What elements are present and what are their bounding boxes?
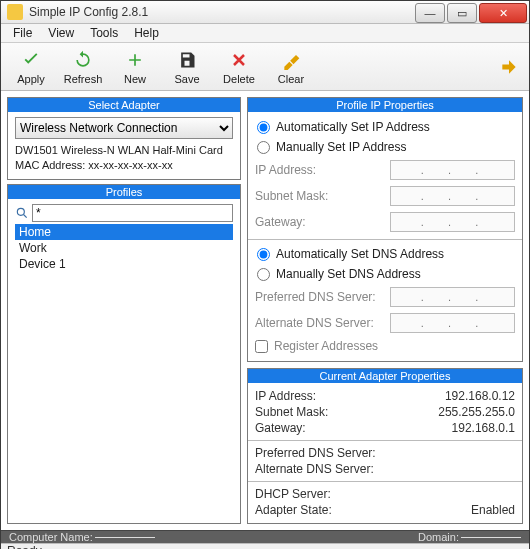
cur-subnet-value: 255.255.255.0: [425, 405, 515, 419]
cur-gateway-label: Gateway:: [255, 421, 425, 435]
cur-subnet-label: Subnet Mask:: [255, 405, 425, 419]
auto-dns-radio[interactable]: [257, 248, 270, 261]
svg-point-0: [17, 208, 24, 215]
register-addresses-checkbox[interactable]: [255, 340, 268, 353]
content-area: Select Adapter Wireless Network Connecti…: [1, 91, 529, 530]
svg-line-1: [24, 215, 27, 218]
refresh-icon: [72, 49, 94, 71]
cur-dhcp-value: [425, 487, 515, 501]
delete-icon: [228, 49, 250, 71]
cur-alt-dns-value: [425, 462, 515, 476]
ip-address-input: [390, 160, 515, 180]
profile-item-work[interactable]: Work: [15, 240, 233, 256]
menu-tools[interactable]: Tools: [82, 24, 126, 42]
plus-icon: [124, 49, 146, 71]
alt-dns-input: [390, 313, 515, 333]
pref-dns-label: Preferred DNS Server:: [255, 290, 390, 304]
profile-ip-properties-panel: Profile IP Properties Automatically Set …: [247, 97, 523, 362]
cur-pref-dns-value: [425, 446, 515, 460]
pref-dns-input: [390, 287, 515, 307]
alt-dns-label: Alternate DNS Server:: [255, 316, 390, 330]
computer-name-label: Computer Name:: [9, 531, 93, 543]
status-bar-info: Computer Name: Domain:: [1, 530, 529, 543]
select-adapter-header: Select Adapter: [8, 98, 240, 112]
apply-button[interactable]: Apply: [7, 45, 55, 89]
profile-item-home[interactable]: Home: [15, 224, 233, 240]
save-button[interactable]: Save: [163, 45, 211, 89]
save-icon: [176, 49, 198, 71]
cur-pref-dns-label: Preferred DNS Server:: [255, 446, 425, 460]
cur-state-label: Adapter State:: [255, 503, 425, 517]
clear-icon: [280, 49, 302, 71]
manual-ip-radio[interactable]: [257, 141, 270, 154]
profiles-header: Profiles: [8, 185, 240, 199]
menu-view[interactable]: View: [40, 24, 82, 42]
profiles-panel: Profiles Home Work Device 1: [7, 184, 241, 524]
refresh-button[interactable]: Refresh: [59, 45, 107, 89]
ip-address-label: IP Address:: [255, 163, 390, 177]
adapter-dropdown[interactable]: Wireless Network Connection: [15, 117, 233, 139]
status-text: Ready: [7, 544, 42, 549]
subnet-mask-input: [390, 186, 515, 206]
profile-ip-properties-header: Profile IP Properties: [248, 98, 522, 112]
cur-gateway-value: 192.168.0.1: [425, 421, 515, 435]
auto-ip-radio[interactable]: [257, 121, 270, 134]
current-adapter-properties-header: Current Adapter Properties: [248, 369, 522, 383]
new-button[interactable]: New: [111, 45, 159, 89]
mac-address-label: MAC Address: xx-xx-xx-xx-xx-xx: [15, 158, 233, 173]
cur-ip-value: 192.168.0.12: [425, 389, 515, 403]
close-button[interactable]: ✕: [479, 3, 527, 23]
register-addresses-label: Register Addresses: [274, 339, 378, 353]
maximize-button[interactable]: ▭: [447, 3, 477, 23]
adapter-card-label: DW1501 Wireless-N WLAN Half-Mini Card: [15, 143, 233, 158]
app-window: Simple IP Config 2.8.1 — ▭ ✕ File View T…: [0, 0, 530, 549]
collapse-arrow-icon[interactable]: [499, 57, 519, 77]
manual-dns-label: Manually Set DNS Address: [276, 267, 421, 281]
status-bar: Ready: [1, 543, 529, 549]
menubar: File View Tools Help: [1, 24, 529, 43]
manual-ip-label: Manually Set IP Address: [276, 140, 407, 154]
cur-alt-dns-label: Alternate DNS Server:: [255, 462, 425, 476]
check-icon: [20, 49, 42, 71]
app-icon: [7, 4, 23, 20]
auto-ip-label: Automatically Set IP Address: [276, 120, 430, 134]
subnet-mask-label: Subnet Mask:: [255, 189, 390, 203]
gateway-input: [390, 212, 515, 232]
menu-help[interactable]: Help: [126, 24, 167, 42]
domain-label: Domain:: [418, 531, 459, 543]
gateway-label: Gateway:: [255, 215, 390, 229]
clear-button[interactable]: Clear: [267, 45, 315, 89]
profiles-list[interactable]: Home Work Device 1: [15, 224, 233, 272]
toolbar: Apply Refresh New Save Delete Clear: [1, 43, 529, 91]
cur-ip-label: IP Address:: [255, 389, 425, 403]
window-title: Simple IP Config 2.8.1: [29, 5, 415, 19]
domain-value: [461, 537, 521, 538]
cur-state-value: Enabled: [425, 503, 515, 517]
profile-search-input[interactable]: [32, 204, 233, 222]
search-icon: [15, 206, 29, 220]
profile-item-device1[interactable]: Device 1: [15, 256, 233, 272]
cur-dhcp-label: DHCP Server:: [255, 487, 425, 501]
delete-button[interactable]: Delete: [215, 45, 263, 89]
minimize-button[interactable]: —: [415, 3, 445, 23]
manual-dns-radio[interactable]: [257, 268, 270, 281]
computer-name-value: [95, 537, 155, 538]
auto-dns-label: Automatically Set DNS Address: [276, 247, 444, 261]
current-adapter-properties-panel: Current Adapter Properties IP Address:19…: [247, 368, 523, 524]
titlebar[interactable]: Simple IP Config 2.8.1 — ▭ ✕: [1, 1, 529, 24]
select-adapter-panel: Select Adapter Wireless Network Connecti…: [7, 97, 241, 180]
menu-file[interactable]: File: [5, 24, 40, 42]
